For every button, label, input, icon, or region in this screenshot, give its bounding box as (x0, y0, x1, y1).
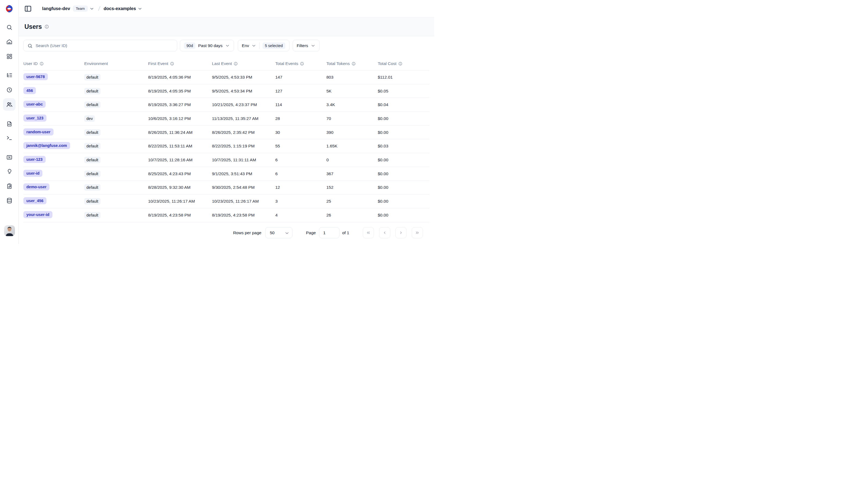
chevron-down-icon (311, 43, 315, 48)
table-footer: Rows per page 50 Page of 1 (19, 222, 434, 243)
column-header-environment[interactable]: Environment (84, 61, 148, 66)
user-id-badge[interactable]: user-abc (23, 101, 45, 108)
sidebar-item-insights[interactable] (3, 165, 16, 178)
column-header-total-tokens[interactable]: Total Tokens (327, 61, 378, 66)
table-row[interactable]: user-5678 default 8/19/2025, 4:05:36 PM … (23, 70, 429, 84)
column-header-user-id[interactable]: User ID (23, 61, 84, 66)
org-chevron-down-icon[interactable] (89, 6, 94, 11)
environment-badge: default (84, 184, 100, 191)
table-header-row: User ID Environment First Event Last Eve… (23, 57, 429, 70)
first-event-cell: 8/19/2025, 4:05:36 PM (148, 75, 212, 80)
user-id-badge[interactable]: user_456 (23, 197, 46, 204)
environment-cell: default (84, 143, 148, 149)
total-cost-cell: $112.01 (378, 75, 429, 80)
column-header-first-event[interactable]: First Event (148, 61, 212, 66)
sidebar-item-prompts[interactable] (3, 117, 16, 130)
table-row[interactable]: user-abc default 8/19/2025, 3:36:27 PM 1… (23, 98, 429, 112)
sidebar-item-sessions[interactable] (3, 84, 16, 96)
clipboard-pen-icon (6, 183, 12, 189)
table-row[interactable]: 456 default 8/19/2025, 4:05:35 PM 9/5/20… (23, 84, 429, 98)
last-event-cell: 10/21/2025, 4:23:37 PM (212, 102, 275, 107)
user-id-badge[interactable]: random-user (23, 128, 54, 136)
sidebar-toggle-icon[interactable] (24, 5, 32, 12)
env-selected-badge: 5 selected (262, 42, 285, 49)
filters-button[interactable]: Filters (293, 40, 319, 51)
info-icon[interactable] (234, 62, 238, 66)
chevron-right-icon (399, 230, 403, 235)
info-icon[interactable] (40, 62, 44, 66)
total-cost-cell: $0.04 (378, 102, 429, 107)
first-event-cell: 8/19/2025, 3:36:27 PM (148, 102, 212, 107)
environment-badge: default (84, 74, 100, 81)
next-page-button[interactable] (395, 227, 407, 238)
first-event-cell: 8/26/2025, 11:36:24 AM (148, 130, 212, 135)
column-header-last-event[interactable]: Last Event (212, 61, 275, 66)
langfuse-logo-icon[interactable] (5, 4, 14, 13)
environment-cell: dev (84, 115, 148, 122)
total-events-cell: 30 (275, 130, 327, 135)
table-row[interactable]: random-user default 8/26/2025, 11:36:24 … (23, 126, 429, 140)
user-avatar[interactable] (4, 225, 15, 236)
date-range-button[interactable]: 90d Past 90 days (180, 40, 234, 51)
sidebar-item-dashboards[interactable] (3, 50, 16, 63)
user-id-badge[interactable]: user-123 (23, 156, 45, 163)
column-header-total-cost[interactable]: Total Cost (378, 61, 429, 66)
user-id-badge[interactable]: user-5678 (23, 73, 48, 80)
total-events-cell: 147 (275, 75, 327, 80)
info-icon[interactable] (170, 62, 174, 66)
search-input[interactable] (24, 40, 177, 51)
first-page-button[interactable] (363, 227, 374, 238)
environment-cell: default (84, 129, 148, 136)
table-row[interactable]: jannik@langfuse.com default 8/22/2025, 1… (23, 139, 429, 153)
org-name[interactable]: langfuse-dev (42, 6, 70, 11)
environment-badge: default (84, 157, 100, 163)
previous-page-button[interactable] (379, 227, 390, 238)
environment-cell: default (84, 212, 148, 219)
total-tokens-cell: 1.65K (327, 144, 378, 148)
total-events-cell: 3 (275, 199, 327, 204)
table-toolbar: 90d Past 90 days Env 5 selected Filters (19, 36, 434, 51)
user-id-badge[interactable]: demo-user (23, 183, 50, 191)
sidebar-item-annotation[interactable] (3, 180, 16, 192)
terminal-icon (6, 135, 12, 141)
user-id-badge[interactable]: jannik@langfuse.com (23, 142, 70, 149)
table-body: user-5678 default 8/19/2025, 4:05:36 PM … (23, 70, 429, 222)
table-row[interactable]: user-123 default 10/7/2025, 11:28:16 AM … (23, 153, 429, 167)
environment-badge: default (84, 129, 100, 136)
table-row[interactable]: your-user-id default 8/19/2025, 4:23:58 … (23, 208, 429, 222)
user-id-badge[interactable]: user-id (23, 170, 42, 177)
column-header-total-events[interactable]: Total Events (275, 61, 327, 66)
sidebar-item-search[interactable] (3, 21, 16, 33)
user-id-badge[interactable]: user_123 (23, 115, 46, 122)
sidebar-item-playground[interactable] (3, 132, 16, 144)
sidebar-item-scores[interactable] (3, 151, 16, 164)
environment-badge: default (84, 212, 100, 219)
info-icon[interactable] (352, 62, 356, 66)
sidebar-item-tracing[interactable] (3, 69, 16, 82)
sidebar-item-home[interactable] (3, 35, 16, 48)
project-chevron-down-icon[interactable] (137, 6, 143, 11)
environment-cell: default (84, 102, 148, 108)
table-row[interactable]: demo-user default 8/28/2025, 9:32:30 AM … (23, 181, 429, 195)
project-name[interactable]: docs-examples (103, 6, 136, 11)
info-icon[interactable] (398, 62, 402, 66)
first-event-cell: 8/19/2025, 4:05:35 PM (148, 89, 212, 93)
sidebar-item-users[interactable] (3, 98, 16, 111)
page-number-input[interactable] (319, 227, 339, 238)
page-info-icon[interactable] (44, 25, 49, 29)
table-row[interactable]: user_456 default 10/23/2025, 11:26:17 AM… (23, 195, 429, 208)
user-id-badge[interactable]: 456 (23, 87, 36, 94)
environment-filter-button[interactable]: Env 5 selected (238, 40, 289, 51)
table-row[interactable]: user-id default 8/25/2025, 4:23:43 PM 9/… (23, 167, 429, 181)
rows-per-page-select[interactable]: 50 (265, 227, 292, 238)
info-icon[interactable] (300, 62, 304, 66)
last-event-cell: 9/5/2025, 4:53:33 PM (212, 75, 275, 80)
user-id-badge[interactable]: your-user-id (23, 211, 53, 218)
page-count-label: of 1 (342, 230, 349, 235)
table-row[interactable]: user_123 dev 10/6/2025, 3:16:12 PM 11/13… (23, 112, 429, 126)
sidebar-item-datasets[interactable] (3, 194, 16, 207)
user-id-cell: user-abc (23, 101, 84, 109)
last-page-button[interactable] (412, 227, 423, 238)
chevron-down-icon (225, 43, 230, 48)
total-tokens-cell: 5K (327, 89, 378, 93)
